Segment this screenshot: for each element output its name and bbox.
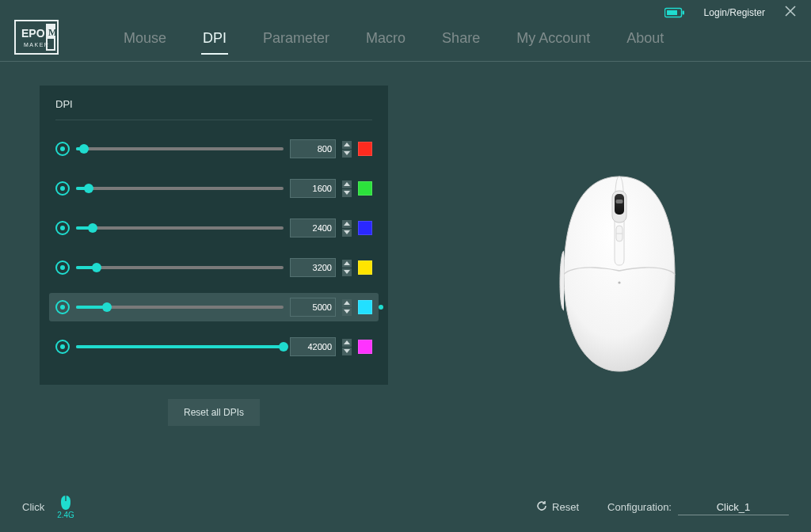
dpi-panel: DPI 800160024003200500042000 xyxy=(40,86,388,385)
dpi-radio[interactable] xyxy=(55,340,70,354)
connection-mode-button[interactable]: 2.4G xyxy=(57,495,74,519)
dpi-step-down[interactable] xyxy=(342,229,352,237)
svg-text:M: M xyxy=(48,27,57,38)
dpi-value-input[interactable]: 3200 xyxy=(290,258,336,277)
dpi-step-up[interactable] xyxy=(342,180,352,188)
reset-icon xyxy=(536,500,547,514)
svg-text:EPO: EPO xyxy=(21,27,45,40)
dpi-radio[interactable] xyxy=(55,221,70,235)
dpi-color-swatch[interactable] xyxy=(358,181,372,196)
dpi-radio[interactable] xyxy=(55,260,70,275)
svg-rect-2 xyxy=(682,10,684,14)
dpi-step-down[interactable] xyxy=(342,348,352,355)
dpi-row-3: 2400 xyxy=(49,214,379,242)
footer-reset-button[interactable]: Reset xyxy=(536,500,579,514)
dpi-radio[interactable] xyxy=(55,142,70,156)
dpi-row-2: 1600 xyxy=(49,174,379,203)
nav-mouse[interactable]: Mouse xyxy=(122,27,168,55)
dpi-step-up[interactable] xyxy=(342,299,352,307)
nav-parameter[interactable]: Parameter xyxy=(261,27,331,55)
footer-reset-label: Reset xyxy=(552,501,579,513)
nav-tabs: Mouse DPI Parameter Macro Share My Accou… xyxy=(122,27,665,55)
dpi-slider[interactable] xyxy=(76,142,284,156)
dpi-slider[interactable] xyxy=(76,181,284,196)
dpi-row-5: 5000 xyxy=(49,293,379,321)
dpi-slider[interactable] xyxy=(76,340,284,354)
mouse-icon xyxy=(60,495,71,511)
dpi-row-4: 3200 xyxy=(49,253,379,282)
dpi-step-up[interactable] xyxy=(342,220,352,228)
svg-rect-11 xyxy=(616,200,623,203)
dpi-row-1: 800 xyxy=(49,135,379,163)
nav-macro[interactable]: Macro xyxy=(364,27,407,55)
configuration-field[interactable]: Click_1 xyxy=(678,500,789,515)
dpi-color-swatch[interactable] xyxy=(358,340,372,354)
dpi-row-6: 42000 xyxy=(49,332,379,361)
dpi-color-swatch[interactable] xyxy=(358,142,372,156)
dpi-color-swatch[interactable] xyxy=(358,300,372,314)
svg-rect-10 xyxy=(615,194,624,215)
footer-click-label: Click xyxy=(22,501,44,513)
dpi-value-input[interactable]: 5000 xyxy=(290,298,336,317)
dpi-step-down[interactable] xyxy=(342,150,352,158)
svg-rect-1 xyxy=(667,10,677,15)
dpi-color-swatch[interactable] xyxy=(358,221,372,235)
dpi-value-input[interactable]: 1600 xyxy=(290,179,336,198)
nav-my-account[interactable]: My Account xyxy=(515,27,592,55)
panel-title: DPI xyxy=(55,98,372,120)
login-register-link[interactable]: Login/Register xyxy=(704,7,765,18)
dpi-step-up[interactable] xyxy=(342,339,352,347)
brand-logo: EPO MAKER M xyxy=(14,20,59,55)
dpi-step-down[interactable] xyxy=(342,308,352,316)
nav-dpi[interactable]: DPI xyxy=(201,27,228,55)
dpi-value-input[interactable]: 42000 xyxy=(290,337,336,356)
svg-text:MAKER: MAKER xyxy=(24,42,49,48)
dpi-slider[interactable] xyxy=(76,260,284,275)
nav-share[interactable]: Share xyxy=(440,27,482,55)
dpi-step-down[interactable] xyxy=(342,189,352,197)
mouse-image xyxy=(548,172,691,378)
dpi-step-up[interactable] xyxy=(342,141,352,149)
dpi-slider[interactable] xyxy=(76,221,284,235)
dpi-step-down[interactable] xyxy=(342,268,352,276)
nav-about[interactable]: About xyxy=(625,27,665,55)
dpi-radio[interactable] xyxy=(55,181,70,196)
connection-mode-label: 2.4G xyxy=(57,511,74,519)
configuration-label: Configuration: xyxy=(607,501,672,513)
dpi-step-up[interactable] xyxy=(342,260,352,268)
dpi-color-swatch[interactable] xyxy=(358,260,372,275)
active-row-marker xyxy=(379,305,383,310)
dpi-slider[interactable] xyxy=(76,300,284,314)
battery-icon xyxy=(664,7,685,18)
reset-all-dpis-button[interactable]: Reset all DPIs xyxy=(168,399,260,426)
dpi-value-input[interactable]: 2400 xyxy=(290,218,336,238)
svg-point-14 xyxy=(618,281,620,283)
dpi-value-input[interactable]: 800 xyxy=(290,139,336,158)
dpi-radio[interactable] xyxy=(55,300,70,314)
close-icon[interactable] xyxy=(784,5,797,20)
